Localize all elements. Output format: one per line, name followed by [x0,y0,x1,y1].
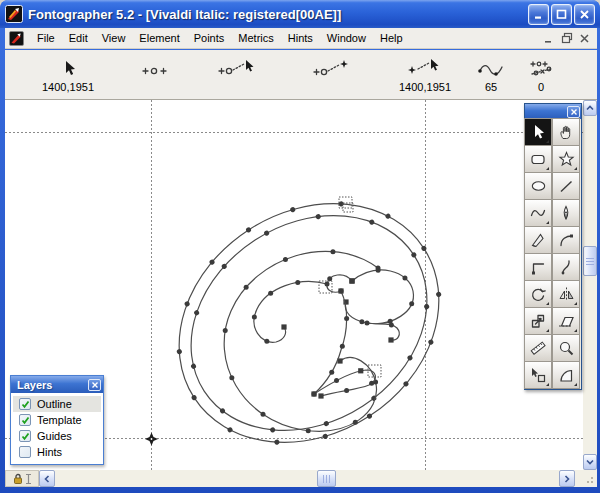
measure-icon [529,339,547,357]
horizontal-scroll-track[interactable] [55,470,559,487]
ibeam-icon[interactable] [25,473,32,485]
chevron-right-icon [564,475,570,483]
magnify-icon [557,339,575,357]
resize-grip[interactable] [575,470,597,487]
layer-row-template[interactable]: Template [13,412,101,428]
layers-palette[interactable]: Layers Outline Template Guides Hints [10,375,104,465]
point-merge-icon [310,56,354,78]
fontographer-app-icon [5,5,23,23]
menu-item-points[interactable]: Points [187,30,232,46]
rotate-tool[interactable] [524,280,552,308]
scroll-right-button[interactable] [559,470,575,487]
scroll-up-button[interactable] [583,100,597,116]
layer-row-outline[interactable]: Outline [13,396,101,412]
ellipse-tool[interactable] [524,172,552,200]
title-bar[interactable]: Fontographer 5.2 - [Vivaldi Italic: regi… [0,0,600,28]
line-tool[interactable] [552,172,580,200]
vertical-scroll-thumb[interactable] [583,246,597,276]
minimize-button[interactable] [528,4,549,25]
pen-tool[interactable] [552,199,580,227]
line-icon [557,177,575,195]
menu-item-hints[interactable]: Hints [281,30,320,46]
menu-item-edit[interactable]: Edit [62,30,95,46]
mdi-restore-button[interactable] [558,31,575,46]
horizontal-scrollbar[interactable] [5,470,597,487]
scroll-down-button[interactable] [583,454,597,470]
layer-label: Template [37,414,82,426]
check-icon [21,432,30,441]
flip-tool[interactable] [552,280,580,308]
flip-icon [557,285,576,303]
menu-item-view[interactable]: View [95,30,133,46]
layer-row-guides[interactable]: Guides [13,428,101,444]
vertical-scrollbar[interactable] [583,100,597,470]
mdi-minimize-button[interactable] [540,31,557,46]
pointer-tool[interactable] [524,118,552,146]
star-icon [557,150,576,169]
layer-row-hints[interactable]: Hints [13,444,101,460]
mdi-close-button[interactable] [576,31,593,46]
template-checkbox[interactable] [19,414,31,426]
chevron-down-icon [586,459,594,465]
freehand-icon [529,204,547,222]
tools-grid [525,119,581,389]
skew-icon [557,312,576,330]
window-title: Fontographer 5.2 - [Vivaldi Italic: regi… [28,7,526,22]
tool-palette[interactable] [524,103,582,390]
hand-icon [557,123,575,141]
layers-title: Layers [17,379,52,391]
guides-checkbox[interactable] [19,430,31,442]
fontographer-window: Fontographer 5.2 - [Vivaldi Italic: regi… [0,0,600,493]
freehand-tool[interactable] [524,199,552,227]
scale-tool[interactable] [524,307,552,335]
tangent-tool[interactable] [552,226,580,254]
horizontal-scroll-thumb[interactable] [317,470,336,487]
pointer-icon [529,123,547,141]
curve-wave-icon [473,56,509,78]
selection-anchor-icon [395,56,455,78]
menu-item-element[interactable]: Element [132,30,186,46]
menu-item-help[interactable]: Help [373,30,410,46]
hints-checkbox[interactable] [19,446,31,458]
star-tool[interactable] [552,145,580,173]
perspective-tool[interactable] [524,361,552,389]
lock-icon[interactable] [13,473,23,485]
status-toolbar: 1400,1951 [5,50,597,100]
close-button[interactable] [574,4,595,25]
curvature-value: 65 [473,81,509,93]
knife-icon [529,231,547,249]
corner-point-icon [529,258,547,276]
document-icon [9,31,24,46]
skew-tool[interactable] [552,307,580,335]
arc-tool[interactable] [552,361,580,389]
tool-palette-titlebar[interactable] [525,104,581,119]
hand-tool[interactable] [552,118,580,146]
menu-item-metrics[interactable]: Metrics [231,30,280,46]
menu-item-file[interactable]: File [30,30,62,46]
knife-tool[interactable] [524,226,552,254]
origin-marker[interactable] [145,433,158,446]
measure-tool[interactable] [524,334,552,362]
corner-tool[interactable] [524,253,552,281]
perspective-icon [529,366,547,384]
lock-panel[interactable] [5,470,39,487]
rounded-rectangle-icon [529,150,547,168]
layers-close-button[interactable] [88,379,101,391]
points-cluster-icon [523,56,559,78]
rounded-rectangle-tool[interactable] [524,145,552,173]
scroll-left-button[interactable] [39,470,55,487]
close-icon [91,381,99,389]
curve-tool[interactable] [552,253,580,281]
outline-checkbox[interactable] [19,398,31,410]
tool-palette-close-button[interactable] [567,106,580,118]
check-icon [21,400,30,409]
mdi-restore-icon [561,32,573,44]
maximize-button[interactable] [551,4,572,25]
layers-titlebar[interactable]: Layers [11,376,103,393]
menu-item-window[interactable]: Window [320,30,373,46]
arc-icon [557,366,575,384]
glyph-outline[interactable] [130,152,488,470]
scale-icon [529,312,547,330]
layer-label: Outline [37,398,72,410]
magnify-tool[interactable] [552,334,580,362]
